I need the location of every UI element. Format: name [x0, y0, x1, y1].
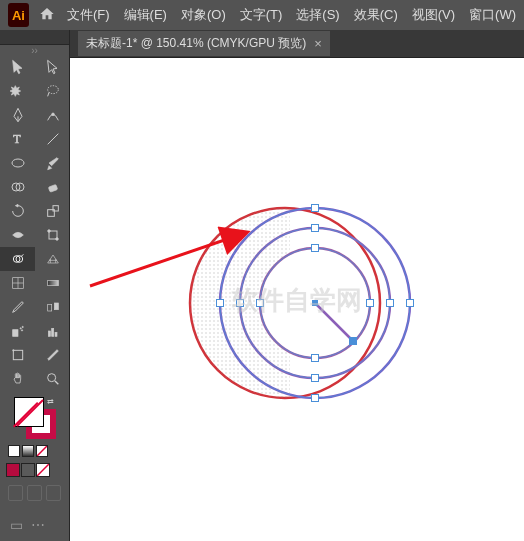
menu-view[interactable]: 视图(V): [412, 6, 455, 24]
screen-mode-icon[interactable]: ▭: [10, 517, 23, 533]
slice-tool[interactable]: [35, 343, 70, 367]
width-tool[interactable]: [0, 223, 35, 247]
paintbrush-tool[interactable]: [35, 151, 70, 175]
perspective-grid-tool[interactable]: [35, 247, 70, 271]
svg-point-24: [21, 330, 22, 331]
svg-rect-25: [48, 331, 50, 336]
anchor-point[interactable]: [311, 374, 319, 382]
svg-rect-27: [55, 332, 57, 336]
magic-wand-tool[interactable]: [0, 79, 35, 103]
svg-point-1: [51, 113, 54, 116]
anchor-point[interactable]: [236, 299, 244, 307]
selection-tool[interactable]: [0, 55, 35, 79]
blend-tool[interactable]: [35, 295, 70, 319]
svg-line-33: [17, 400, 43, 426]
menu-select[interactable]: 选择(S): [296, 6, 339, 24]
type-tool[interactable]: T: [0, 127, 35, 151]
svg-point-12: [55, 238, 58, 241]
draw-mode-row: [0, 481, 69, 505]
menu-effect[interactable]: 效果(C): [354, 6, 398, 24]
fill-stroke-indicator[interactable]: ⇄: [14, 397, 56, 439]
svg-point-4: [12, 159, 24, 167]
canvas[interactable]: 软件自学网: [70, 58, 524, 541]
menu-file[interactable]: 文件(F): [67, 6, 110, 24]
svg-line-32: [55, 381, 58, 384]
svg-line-35: [37, 464, 49, 476]
hand-tool[interactable]: [0, 367, 35, 391]
eraser-tool[interactable]: [35, 175, 70, 199]
menu-object[interactable]: 对象(O): [181, 6, 226, 24]
free-transform-tool[interactable]: [35, 223, 70, 247]
svg-point-22: [20, 328, 21, 329]
center-point[interactable]: [312, 300, 318, 306]
swap-fill-stroke-icon[interactable]: ⇄: [47, 397, 54, 406]
svg-point-23: [22, 326, 23, 327]
mesh-tool[interactable]: [0, 271, 35, 295]
svg-rect-19: [47, 304, 51, 311]
line-tool[interactable]: [35, 127, 70, 151]
quick-swatches: [0, 459, 69, 481]
eyedropper-tool[interactable]: [0, 295, 35, 319]
document-tab-label: 未标题-1* @ 150.41% (CMYK/GPU 预览): [86, 35, 306, 52]
direct-selection-tool[interactable]: [35, 55, 70, 79]
svg-line-40: [315, 303, 353, 341]
svg-rect-20: [54, 303, 58, 310]
rotate-tool[interactable]: [0, 199, 35, 223]
menu-edit[interactable]: 编辑(E): [124, 6, 167, 24]
artboard-tool[interactable]: [0, 343, 35, 367]
anchor-point[interactable]: [311, 204, 319, 212]
tools-panel: ›› T: [0, 30, 70, 541]
svg-rect-10: [49, 231, 57, 239]
toolbar-handle[interactable]: ››: [0, 45, 69, 55]
ellipse-tool[interactable]: [0, 151, 35, 175]
swatch-none[interactable]: [36, 463, 50, 477]
swatch-red[interactable]: [6, 463, 20, 477]
shape-builder-tool[interactable]: [0, 175, 35, 199]
curvature-tool[interactable]: [35, 103, 70, 127]
symbol-sprayer-tool[interactable]: [0, 319, 35, 343]
lasso-tool[interactable]: [35, 79, 70, 103]
color-mode-none[interactable]: [36, 445, 48, 457]
menu-window[interactable]: 窗口(W): [469, 6, 516, 24]
anchor-point[interactable]: [349, 337, 357, 345]
fill-swatch[interactable]: [14, 397, 44, 427]
anchor-point[interactable]: [386, 299, 394, 307]
main-menu: 文件(F) 编辑(E) 对象(O) 文字(T) 选择(S) 效果(C) 视图(V…: [67, 6, 516, 24]
toolbar-tab[interactable]: [0, 30, 69, 45]
close-tab-icon[interactable]: ×: [314, 36, 322, 51]
edit-toolbar-icon[interactable]: ⋯: [31, 517, 45, 533]
document-tab-bar: 未标题-1* @ 150.41% (CMYK/GPU 预览) ×: [70, 30, 524, 58]
draw-inside[interactable]: [46, 485, 61, 501]
anchor-point[interactable]: [311, 244, 319, 252]
svg-line-3: [47, 134, 58, 145]
document-tab[interactable]: 未标题-1* @ 150.41% (CMYK/GPU 预览) ×: [78, 31, 330, 56]
anchor-point[interactable]: [311, 224, 319, 232]
menu-type[interactable]: 文字(T): [240, 6, 283, 24]
artwork[interactable]: [185, 188, 415, 418]
svg-rect-18: [47, 280, 58, 285]
column-graph-tool[interactable]: [35, 319, 70, 343]
anchor-point[interactable]: [256, 299, 264, 307]
svg-text:T: T: [13, 132, 21, 146]
swatch-gray[interactable]: [21, 463, 35, 477]
home-icon[interactable]: [39, 6, 55, 25]
color-mode-solid[interactable]: [8, 445, 20, 457]
svg-rect-28: [13, 350, 22, 359]
color-mode-row: [0, 443, 69, 459]
anchor-point[interactable]: [311, 394, 319, 402]
scale-tool[interactable]: [35, 199, 70, 223]
anchor-point[interactable]: [406, 299, 414, 307]
shape-builder-tool-2[interactable]: [0, 247, 35, 271]
pen-tool[interactable]: [0, 103, 35, 127]
svg-line-34: [37, 446, 47, 456]
anchor-point[interactable]: [216, 299, 224, 307]
zoom-tool[interactable]: [35, 367, 70, 391]
svg-rect-26: [51, 328, 53, 336]
draw-normal[interactable]: [8, 485, 23, 501]
draw-behind[interactable]: [27, 485, 42, 501]
anchor-point[interactable]: [366, 299, 374, 307]
app-logo: Ai: [8, 3, 29, 27]
gradient-tool[interactable]: [35, 271, 70, 295]
anchor-point[interactable]: [311, 354, 319, 362]
color-mode-gradient[interactable]: [22, 445, 34, 457]
